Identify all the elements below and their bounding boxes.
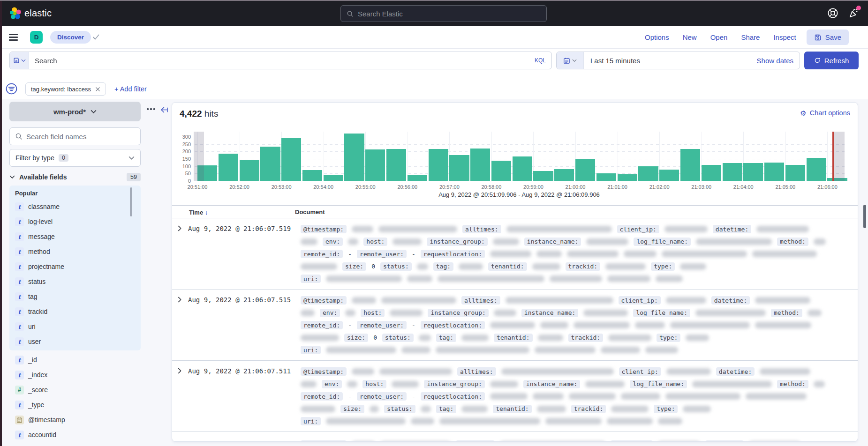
histogram-bar[interactable] <box>344 134 364 181</box>
query-language-badge[interactable]: KQL <box>529 57 551 64</box>
expand-row-icon[interactable] <box>177 441 182 442</box>
field-item-projectname[interactable]: tprojectname <box>9 259 141 274</box>
time-column-header[interactable]: Time ↓ <box>189 208 208 216</box>
filter-pill[interactable]: tag.keyword: lbaccess <box>25 82 106 96</box>
time-range-value[interactable]: Last 15 minutes <box>584 57 751 65</box>
histogram-bar[interactable] <box>807 158 826 181</box>
field-item-message[interactable]: tmessage <box>9 229 141 244</box>
histogram-bar[interactable] <box>491 161 511 181</box>
redacted-value <box>506 226 612 232</box>
field-item-method[interactable]: tmethod <box>9 244 141 259</box>
expand-row-icon[interactable] <box>177 297 182 303</box>
histogram-bar[interactable] <box>659 170 679 181</box>
histogram-bar[interactable] <box>386 149 406 181</box>
histogram-bar[interactable] <box>723 163 742 181</box>
field-options-icon[interactable] <box>147 108 155 110</box>
field-item-tag[interactable]: ttag <box>9 289 141 304</box>
page-scrollbar[interactable] <box>863 205 866 228</box>
field-item-_id[interactable]: t_id <box>9 352 141 367</box>
share-link[interactable]: Share <box>741 33 760 41</box>
histogram-bar[interactable] <box>618 174 637 181</box>
histogram-bar[interactable] <box>702 165 721 181</box>
date-picker-menu-button[interactable] <box>557 52 584 69</box>
field-item-accountid[interactable]: taccountid <box>9 427 141 442</box>
field-badge: type: <box>654 405 678 413</box>
field-badge: alltimes: <box>461 296 500 305</box>
expand-row-icon[interactable] <box>177 368 182 374</box>
document-column-header[interactable]: Document <box>295 208 325 216</box>
field-item-status[interactable]: tstatus <box>9 274 141 289</box>
query-input[interactable]: Search <box>29 57 529 65</box>
histogram-bar[interactable] <box>302 170 322 181</box>
histogram-bar[interactable] <box>533 171 553 181</box>
filter-menu-icon[interactable] <box>6 83 17 95</box>
field-item-log-level[interactable]: tlog-level <box>9 214 141 229</box>
chevron-down-icon <box>91 110 97 114</box>
histogram-bar[interactable] <box>554 169 574 181</box>
add-filter-link[interactable]: + Add filter <box>114 85 147 93</box>
index-pattern-picker[interactable]: wm-prod* <box>9 102 141 121</box>
field-item-_score[interactable]: #_score <box>9 382 141 397</box>
collapse-sidebar-icon[interactable] <box>160 106 169 114</box>
histogram-bar[interactable] <box>680 149 700 181</box>
field-item-uri[interactable]: turi <box>9 319 141 334</box>
field-item-user[interactable]: tuser <box>9 334 141 349</box>
app-badge[interactable]: D <box>30 31 43 44</box>
field-badge: tag: <box>436 334 456 342</box>
news-feed-icon[interactable] <box>848 7 860 19</box>
histogram-bar[interactable] <box>449 155 469 181</box>
refresh-button[interactable]: Refresh <box>804 52 859 69</box>
histogram-bar[interactable] <box>429 149 448 181</box>
histogram-bar[interactable] <box>575 159 595 181</box>
histogram-bar[interactable] <box>764 163 784 181</box>
available-fields-header[interactable]: Available fields 59 <box>9 171 141 183</box>
text-field-icon: t <box>15 337 24 346</box>
menu-icon[interactable] <box>9 34 18 42</box>
field-item-@timestamp[interactable]: @timestamp <box>9 412 141 427</box>
field-badge: client_ip: <box>619 296 661 305</box>
save-icon <box>814 34 822 41</box>
field-item-_index[interactable]: t_index <box>9 367 141 382</box>
histogram-bar[interactable] <box>785 165 805 181</box>
field-item-trackid[interactable]: ttrackid <box>9 304 141 319</box>
chart-options-button[interactable]: ⚙ Chart options <box>800 109 850 117</box>
field-item-_type[interactable]: t_type <box>9 397 141 412</box>
field-badge: remote_id: <box>301 321 343 329</box>
histogram-bar[interactable] <box>281 138 301 181</box>
histogram-bar[interactable] <box>743 163 763 181</box>
expand-row-icon[interactable] <box>177 225 182 231</box>
field-item-classname[interactable]: tclassname <box>9 199 141 214</box>
histogram-bar[interactable] <box>240 160 259 181</box>
histogram-bar[interactable] <box>513 156 532 181</box>
save-button[interactable]: Save <box>807 30 849 45</box>
inspect-link[interactable]: Inspect <box>773 33 796 41</box>
breadcrumb[interactable]: Discover <box>50 31 91 44</box>
help-icon[interactable] <box>827 7 838 19</box>
new-link[interactable]: New <box>683 33 697 41</box>
current-time-marker <box>832 132 834 181</box>
show-dates-link[interactable]: Show dates <box>751 57 800 65</box>
global-search-input[interactable]: Search Elastic <box>340 5 547 22</box>
histogram-bar[interactable] <box>260 147 280 181</box>
filter-by-type-select[interactable]: Filter by type 0 <box>9 149 141 167</box>
histogram-bar[interactable] <box>219 154 238 181</box>
field-badge: remote_id: <box>301 250 343 258</box>
field-badge: instance_group: <box>427 238 487 246</box>
sidebar-scrollbar[interactable] <box>130 187 132 216</box>
redacted-value <box>326 418 406 424</box>
histogram-bar[interactable] <box>470 149 490 181</box>
histogram-bar[interactable] <box>408 175 427 181</box>
open-link[interactable]: Open <box>710 33 728 41</box>
histogram-bar[interactable] <box>324 175 343 181</box>
field-badge: type: <box>651 262 675 271</box>
saved-query-menu-button[interactable] <box>10 52 29 69</box>
histogram-bar[interactable] <box>365 149 385 181</box>
histogram-bar[interactable] <box>638 166 658 181</box>
field-badge: @timestamp: <box>301 225 347 233</box>
options-link[interactable]: Options <box>645 33 669 41</box>
redacted-value <box>752 251 817 257</box>
redacted-value <box>621 393 660 400</box>
field-badge: datetime: <box>705 440 744 442</box>
field-search-input[interactable]: Search field names <box>9 127 141 145</box>
histogram-bar[interactable] <box>596 173 616 181</box>
